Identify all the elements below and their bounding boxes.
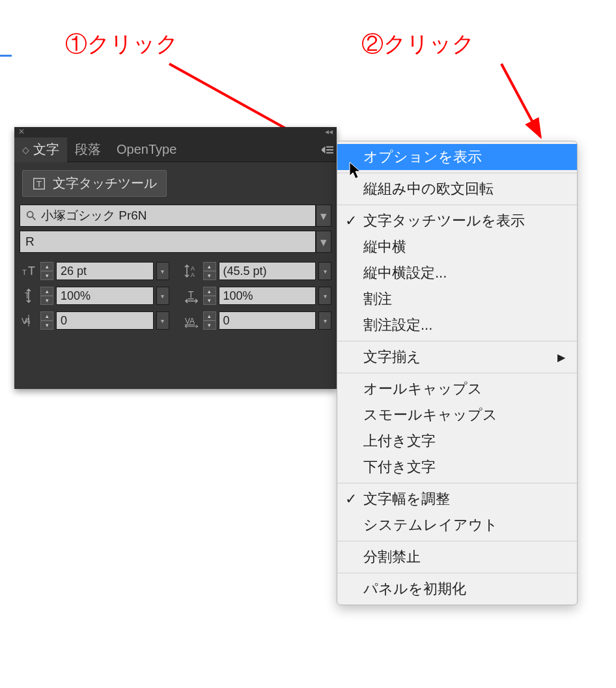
menu-item[interactable]: 文字揃え▶: [337, 344, 577, 370]
svg-text:VA: VA: [185, 317, 195, 326]
dropdown-button[interactable]: ▾: [156, 311, 169, 330]
dropdown-button[interactable]: ▾: [318, 287, 331, 305]
menu-item-label: 上付き文字: [363, 431, 436, 451]
vert-scale-icon: T: [20, 287, 38, 304]
character-panel: ✕ ◂◂ ◇ 文字 段落 OpenType T 文字タッチツール 小塚ゴシック …: [14, 127, 337, 389]
flyout-menu-button[interactable]: [318, 137, 337, 162]
menu-item-label: スモールキャップス: [363, 405, 497, 425]
menu-separator: [337, 341, 577, 341]
close-icon[interactable]: ✕: [18, 127, 25, 136]
touch-type-tool-button[interactable]: T 文字タッチツール: [22, 170, 167, 197]
stepper[interactable]: ▴▾: [203, 287, 216, 305]
menu-item[interactable]: 縦中横: [337, 234, 577, 260]
menu-item[interactable]: 割注設定...: [337, 312, 577, 338]
vert-scale-control: T ▴▾ 100% ▾: [20, 287, 169, 305]
svg-line-1: [501, 64, 540, 137]
font-style-dropdown[interactable]: ▾: [316, 231, 331, 253]
svg-text:A: A: [191, 272, 195, 278]
tracking-field[interactable]: 0: [219, 311, 316, 330]
leading-field[interactable]: (45.5 pt): [219, 262, 316, 280]
menu-item-label: 割注設定...: [363, 315, 432, 335]
stepper[interactable]: ▴▾: [40, 311, 53, 330]
menu-separator: [337, 205, 577, 205]
font-style-value: R: [25, 235, 35, 249]
stepper[interactable]: ▴▾: [203, 311, 216, 330]
check-icon: ✓: [345, 491, 357, 508]
menu-item[interactable]: オプションを表示: [337, 144, 577, 170]
menu-item-label: パネルを初期化: [363, 579, 466, 599]
svg-line-5: [33, 217, 36, 220]
menu-item-label: 縦中横: [363, 237, 406, 257]
font-family-field[interactable]: 小塚ゴシック Pr6N: [20, 205, 316, 227]
kerning-field[interactable]: 0: [56, 311, 154, 330]
stepper[interactable]: ▴▾: [203, 262, 216, 280]
tab-opentype[interactable]: OpenType: [109, 137, 184, 162]
dropdown-button[interactable]: ▾: [318, 262, 331, 280]
menu-item[interactable]: 割注: [337, 286, 577, 312]
svg-text:T: T: [28, 265, 35, 278]
svg-text:T: T: [36, 179, 42, 188]
menu-item[interactable]: 縦組み中の欧文回転: [337, 176, 577, 202]
svg-text:T: T: [25, 291, 30, 300]
dropdown-button[interactable]: ▾: [318, 311, 331, 330]
panel-titlebar[interactable]: ✕ ◂◂: [14, 127, 337, 137]
dropdown-button[interactable]: ▾: [156, 262, 169, 280]
menu-item-label: 文字幅を調整: [363, 489, 450, 509]
tab-label: 文字: [33, 141, 59, 158]
menu-item[interactable]: 縦中横設定...: [337, 260, 577, 286]
menu-item-label: 分割禁止: [363, 547, 421, 567]
tab-character[interactable]: ◇ 文字: [14, 137, 67, 162]
flyout-menu: オプションを表示縦組み中の欧文回転✓文字タッチツールを表示縦中横縦中横設定...…: [337, 141, 578, 605]
search-icon: [25, 210, 37, 222]
menu-item[interactable]: スモールキャップス: [337, 402, 577, 428]
collapse-icon[interactable]: ◂◂: [325, 127, 333, 136]
annotation-1: ①クリック: [65, 29, 178, 59]
stepper[interactable]: ▴▾: [40, 262, 53, 280]
decorative-line: [0, 55, 12, 57]
kerning-icon: VA: [20, 312, 38, 329]
kerning-control: VA ▴▾ 0 ▾: [20, 311, 169, 330]
svg-point-4: [27, 212, 33, 218]
horiz-scale-field[interactable]: 100%: [219, 287, 316, 305]
font-size-field[interactable]: 26 pt: [56, 262, 154, 280]
menu-item-label: 割注: [363, 289, 392, 309]
menu-item-label: 縦組み中の欧文回転: [363, 179, 494, 199]
vert-scale-field[interactable]: 100%: [56, 287, 154, 305]
svg-text:T: T: [188, 289, 194, 300]
horiz-scale-control: T ▴▾ 100% ▾: [182, 287, 332, 305]
controls-grid: TT ▴▾ 26 pt ▾ AA ▴▾ (45.5 pt) ▾ T ▴▾ 100…: [20, 262, 331, 330]
menu-item[interactable]: オールキャップス: [337, 376, 577, 402]
menu-item[interactable]: パネルを初期化: [337, 576, 577, 602]
annotation-2: ②クリック: [361, 29, 475, 59]
arrow-2: [443, 59, 573, 150]
font-family-dropdown[interactable]: ▾: [316, 205, 331, 227]
check-icon: ✓: [345, 212, 357, 229]
menu-item-label: システムレイアウト: [363, 515, 498, 535]
panel-body: T 文字タッチツール 小塚ゴシック Pr6N ▾ R ▾ TT ▴▾ 26 pt…: [14, 162, 337, 335]
menu-item-label: オールキャップス: [363, 379, 483, 399]
font-style-row: R ▾: [20, 231, 331, 253]
panel-tabs: ◇ 文字 段落 OpenType: [14, 137, 337, 162]
menu-item[interactable]: 下付き文字: [337, 454, 577, 480]
tab-label: 段落: [75, 141, 101, 158]
menu-item-label: 下付き文字: [363, 457, 436, 477]
font-size-control: TT ▴▾ 26 pt ▾: [20, 262, 169, 280]
stepper[interactable]: ▴▾: [40, 287, 53, 305]
font-style-field[interactable]: R: [20, 231, 316, 253]
menu-item-label: 縦中横設定...: [363, 263, 447, 283]
menu-separator: [337, 173, 577, 173]
menu-item[interactable]: ✓文字幅を調整: [337, 486, 577, 512]
font-name-value: 小塚ゴシック Pr6N: [41, 207, 147, 224]
menu-separator: [337, 373, 577, 373]
button-label: 文字タッチツール: [53, 175, 157, 192]
menu-separator: [337, 541, 577, 541]
menu-item[interactable]: 分割禁止: [337, 544, 577, 570]
tracking-icon: VA: [182, 312, 201, 329]
menu-item[interactable]: 上付き文字: [337, 428, 577, 454]
tab-paragraph[interactable]: 段落: [67, 137, 109, 162]
menu-item[interactable]: システムレイアウト: [337, 512, 577, 538]
menu-separator: [337, 483, 577, 483]
updown-icon: ◇: [22, 145, 29, 155]
dropdown-button[interactable]: ▾: [156, 287, 169, 305]
menu-item[interactable]: ✓文字タッチツールを表示: [337, 208, 577, 234]
